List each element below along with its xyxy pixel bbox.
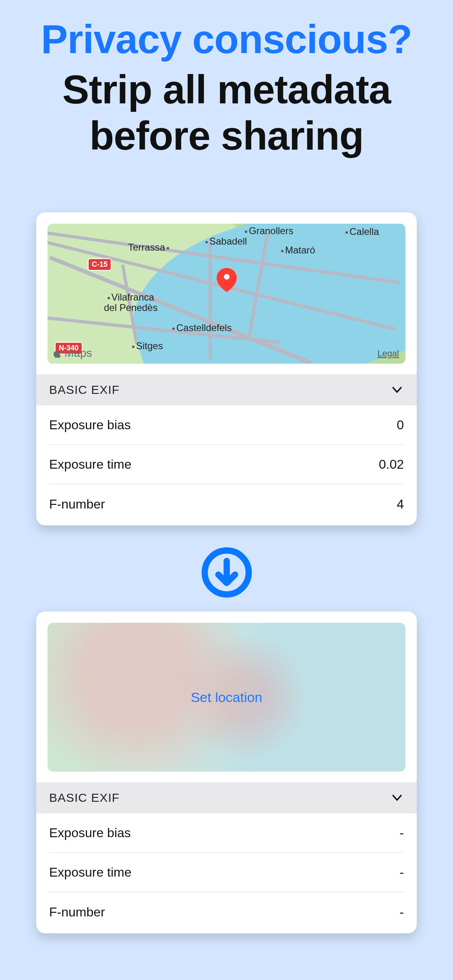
map-city-label: Mataró xyxy=(281,245,315,256)
maps-attribution: Maps xyxy=(52,347,92,360)
exif-value: - xyxy=(399,865,404,880)
exif-row: F-number 4 xyxy=(49,484,404,524)
exif-section-header[interactable]: BASIC EXIF xyxy=(36,782,417,813)
map-preview-empty[interactable]: Set location xyxy=(48,623,405,772)
map-pin-icon xyxy=(217,268,237,288)
exif-label: F-number xyxy=(49,905,105,920)
exif-rows: Exposure bias - Exposure time - F-number… xyxy=(36,813,417,932)
exif-rows: Exposure bias 0 Exposure time 0.02 F-num… xyxy=(36,406,417,524)
map-city-label: Granollers xyxy=(245,225,294,237)
map-preview[interactable]: Terrassa Sabadell Granollers Calella Mat… xyxy=(48,224,405,364)
exif-section-title: BASIC EXIF xyxy=(49,791,120,805)
exif-value: 0.02 xyxy=(379,457,404,472)
exif-label: F-number xyxy=(49,497,105,512)
exif-row: F-number - xyxy=(49,892,404,932)
chevron-down-icon xyxy=(390,383,404,397)
exif-section-header[interactable]: BASIC EXIF xyxy=(36,374,417,406)
exif-label: Exposure time xyxy=(49,457,132,472)
before-card: Terrassa Sabadell Granollers Calella Mat… xyxy=(36,212,417,525)
exif-label: Exposure bias xyxy=(49,826,131,840)
exif-value: - xyxy=(399,905,404,920)
headline: Privacy conscious? Strip all metadata be… xyxy=(0,0,453,159)
map-city-label: Calella xyxy=(345,226,379,237)
svg-point-0 xyxy=(224,274,230,280)
map-city-label: Sitges xyxy=(132,340,163,352)
arrow-down-icon xyxy=(201,546,253,599)
road-shield: C-15 xyxy=(88,258,112,271)
exif-value: 4 xyxy=(397,497,404,512)
exif-label: Exposure time xyxy=(49,865,132,880)
apple-logo-icon xyxy=(52,348,63,358)
map-city-label: Sabadell xyxy=(205,236,247,247)
map-road xyxy=(209,240,212,360)
exif-row: Exposure bias 0 xyxy=(49,406,404,445)
map-city-label: Terrassa xyxy=(128,242,169,253)
set-location-button[interactable]: Set location xyxy=(48,623,405,772)
chevron-down-icon xyxy=(390,791,404,805)
headline-question: Privacy conscious? xyxy=(0,16,453,62)
exif-row: Exposure time 0.02 xyxy=(49,445,404,484)
headline-statement: Strip all metadata before sharing xyxy=(0,66,453,159)
map-city-label: Castelldefels xyxy=(172,322,232,334)
exif-value: 0 xyxy=(397,418,404,432)
map-city-label: Vilafranca del Penedès xyxy=(104,292,157,313)
exif-value: - xyxy=(399,826,404,840)
after-card: Set location BASIC EXIF Exposure bias - … xyxy=(36,611,417,933)
exif-section-title: BASIC EXIF xyxy=(49,383,120,397)
exif-row: Exposure time - xyxy=(49,853,404,892)
exif-row: Exposure bias - xyxy=(49,813,404,853)
map-legal-link[interactable]: Legal xyxy=(377,348,399,359)
exif-label: Exposure bias xyxy=(49,418,131,432)
